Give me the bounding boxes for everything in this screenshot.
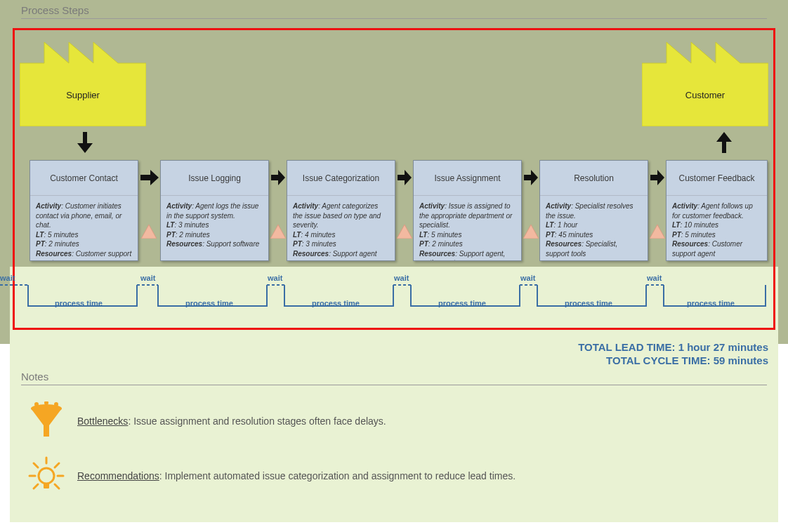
total-cycle-label: TOTAL CYCLE TIME: — [606, 354, 710, 366]
process-box-body: Activity: Issue is assigned to the appro… — [414, 196, 521, 260]
wait-label: wait — [647, 274, 662, 282]
supplier-shape: Supplier — [20, 35, 146, 126]
funnel-icon — [27, 401, 66, 441]
process-box-body: Activity: Agent logs the issue in the su… — [161, 196, 268, 260]
supplier-label: Supplier — [20, 90, 146, 100]
inventory-triangle-icon — [650, 225, 665, 239]
total-lead-label: TOTAL LEAD TIME: — [578, 341, 675, 353]
recommendations-label: Recommendations — [77, 470, 159, 481]
note-bottlenecks: Bottlenecks: Issue assignment and resolu… — [77, 415, 386, 427]
process-time-label: process time — [312, 299, 360, 307]
note-recommendations: Recommendations: Implement automated iss… — [77, 470, 516, 481]
wait-label: wait — [0, 274, 15, 282]
inventory-triangle-icon — [270, 225, 286, 239]
process-box-body: Activity: Customer initiates contact via… — [30, 196, 138, 260]
svg-line-5 — [34, 463, 38, 467]
timeline: wait wait wait wait wait wait process ti… — [0, 272, 773, 314]
svg-line-9 — [34, 484, 38, 488]
customer-shape: Customer — [642, 35, 768, 126]
wait-label: wait — [268, 274, 282, 282]
arrow-right-icon — [650, 170, 664, 185]
process-box: Resolution Activity: Specialist resolves… — [539, 160, 648, 261]
process-box-title: Issue Logging — [161, 161, 268, 196]
process-box: Customer Contact Activity: Customer init… — [29, 160, 138, 261]
process-steps-heading: Process Steps — [21, 4, 89, 16]
process-box-title: Issue Assignment — [414, 161, 521, 196]
totals-block: TOTAL LEAD TIME: 1 hour 27 minutes TOTAL… — [578, 341, 768, 368]
svg-rect-12 — [44, 483, 49, 488]
wait-label: wait — [140, 274, 155, 282]
process-time-label: process time — [438, 299, 486, 307]
arrow-right-icon — [140, 170, 159, 185]
process-box: Issue Assignment Activity: Issue is assi… — [413, 160, 522, 261]
svg-line-10 — [55, 484, 59, 488]
process-box: Issue Categorization Activity: Agent cat… — [287, 160, 395, 261]
process-box: Issue Logging Activity: Agent logs the i… — [160, 160, 269, 261]
total-cycle-value: 59 minutes — [714, 354, 768, 366]
inventory-triangle-icon — [523, 225, 539, 239]
svg-point-11 — [39, 468, 54, 484]
process-box-title: Resolution — [540, 161, 648, 196]
process-box-title: Customer Feedback — [666, 161, 767, 196]
process-box-body: Activity: Agent categorizes the issue ba… — [287, 196, 395, 260]
process-box-title: Issue Categorization — [287, 161, 395, 196]
svg-point-3 — [54, 402, 58, 406]
process-box-body: Activity: Agent follows up for customer … — [666, 196, 767, 260]
customer-label: Customer — [642, 90, 768, 100]
divider — [21, 385, 767, 385]
wait-label: wait — [520, 274, 535, 282]
process-box: Customer Feedback Activity: Agent follow… — [666, 160, 768, 261]
arrow-right-icon — [398, 170, 412, 185]
total-lead-value: 1 hour 27 minutes — [678, 341, 768, 353]
arrow-right-icon — [271, 170, 285, 185]
process-time-label: process time — [55, 299, 103, 307]
process-box-title: Customer Contact — [30, 161, 138, 196]
process-time-label: process time — [185, 299, 233, 307]
bottlenecks-label: Bottlenecks — [77, 415, 128, 427]
wait-label: wait — [394, 274, 409, 282]
lightbulb-icon — [27, 456, 66, 496]
recommendations-text: : Implement automated issue categorizati… — [159, 470, 516, 481]
arrow-up-icon — [716, 132, 732, 153]
process-time-label: process time — [565, 299, 612, 307]
divider — [21, 18, 767, 19]
inventory-triangle-icon — [397, 225, 412, 239]
svg-point-1 — [34, 402, 39, 406]
bottlenecks-text: : Issue assignment and resolution stages… — [128, 415, 386, 427]
process-box-body: Activity: Specialist resolves the issue.… — [540, 196, 648, 260]
process-time-label: process time — [687, 299, 735, 307]
svg-line-6 — [55, 463, 59, 467]
inventory-triangle-icon — [141, 225, 157, 239]
arrow-down-icon — [77, 132, 93, 153]
arrow-right-icon — [524, 170, 538, 185]
notes-heading: Notes — [21, 371, 48, 383]
